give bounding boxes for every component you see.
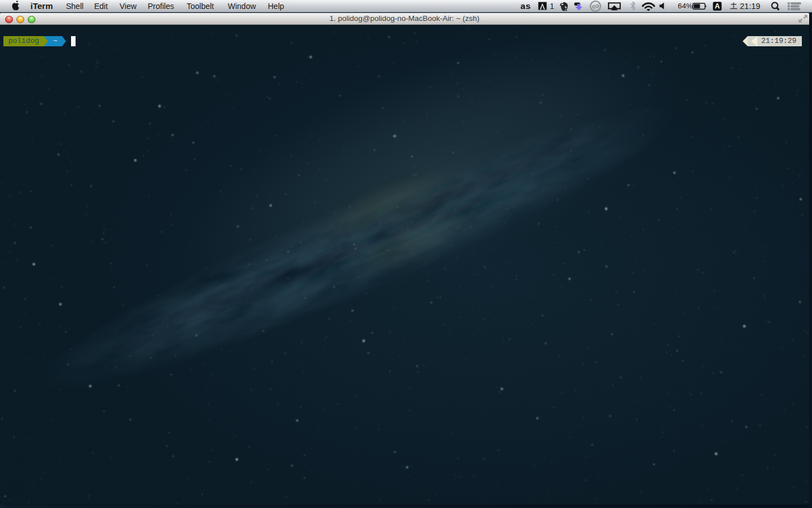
svg-text:A: A bbox=[714, 2, 720, 10]
